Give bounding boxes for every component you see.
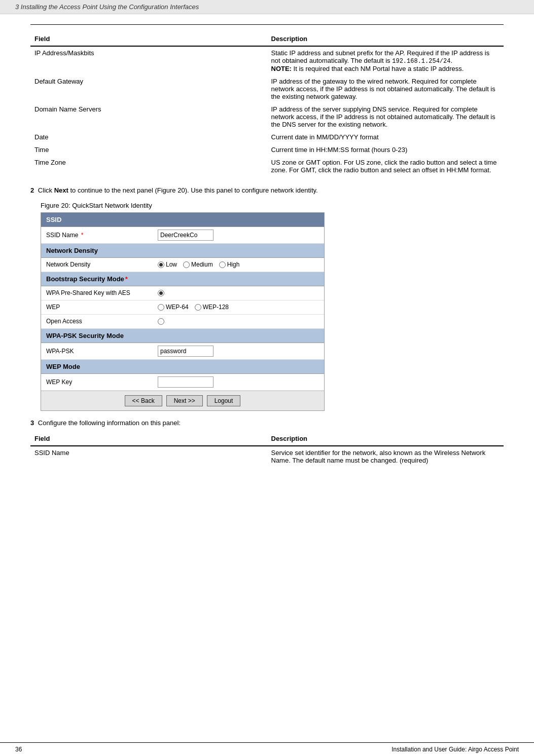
density-medium-label: Medium: [191, 261, 213, 268]
field-desc: US zone or GMT option. For US zone, clic…: [267, 156, 504, 176]
field-desc: IP address of the gateway to the wired n…: [267, 75, 504, 103]
wep-row: WEP WEP-64 WEP-128: [41, 300, 324, 315]
table-row: Time Zone US zone or GMT option. For US …: [30, 156, 504, 176]
wep64-dot: [158, 304, 164, 311]
note-label: NOTE:: [271, 65, 292, 72]
table-row: SSID Name Service set identifier for the…: [30, 446, 504, 467]
code-value: 192.168.1.254/24: [392, 58, 450, 65]
step2-pre: Click: [38, 186, 54, 194]
step2-post: to continue to the next panel (Figure 20…: [68, 186, 318, 194]
wpa-psk-input[interactable]: [158, 346, 213, 357]
field-label: Date: [30, 131, 267, 143]
field-label: Time Zone: [30, 156, 267, 176]
field-label: Time: [30, 143, 267, 156]
table-row: Default Gateway IP address of the gatewa…: [30, 75, 504, 103]
field-table-2: Field Description SSID Name Service set …: [30, 433, 504, 467]
density-medium[interactable]: Medium: [183, 261, 213, 268]
figure-caption-text: QuickStart Network Identity: [70, 202, 152, 209]
table-row: Domain Name Servers IP address of the se…: [30, 103, 504, 131]
table-row: IP Address/Maskbits Static IP address an…: [30, 46, 504, 75]
field-table-1: Field Description IP Address/Maskbits St…: [30, 33, 504, 176]
wpa-radio-dot[interactable]: [158, 290, 164, 296]
wpa-label: WPA Pre-Shared Key with AES: [46, 289, 158, 296]
network-density-row: Network Density Low Medium: [41, 258, 324, 272]
density-low-label: Low: [166, 261, 177, 268]
field-label: Domain Name Servers: [30, 103, 267, 131]
logout-button[interactable]: Logout: [207, 395, 241, 406]
wep-key-label: WEP Key: [46, 379, 158, 386]
radio-medium-dot: [183, 261, 190, 268]
page-header: 3 Installing the Access Point Using the …: [0, 0, 534, 14]
wep128-dot: [195, 304, 201, 311]
page-footer: 36 Installation and User Guide: Airgo Ac…: [0, 742, 534, 756]
field-desc: Current date in MM/DD/YYYY format: [267, 131, 504, 143]
radio-low-dot: [158, 261, 164, 268]
density-low[interactable]: Low: [158, 261, 177, 268]
bootstrap-required-star: *: [125, 275, 128, 283]
wep-mode-header: WEP Mode: [41, 360, 324, 374]
wpa-row: WPA Pre-Shared Key with AES: [41, 286, 324, 300]
footer-title: Installation and User Guide: Airgo Acces…: [391, 746, 519, 753]
field-desc: Static IP address and subnet prefix for …: [267, 46, 504, 75]
wep-radio-group: WEP-64 WEP-128: [158, 304, 229, 311]
footer-page-number: 36: [15, 746, 22, 753]
step-2-text: 2 Click Next to continue to the next pan…: [30, 185, 504, 196]
wep-key-row: WEP Key: [41, 374, 324, 391]
col1-header-2: Field: [30, 433, 267, 446]
table-row: Date Current date in MM/DD/YYYY format: [30, 131, 504, 143]
back-button[interactable]: << Back: [125, 395, 162, 406]
field-desc: IP address of the server supplying DNS s…: [267, 103, 504, 131]
open-access-label: Open Access: [46, 318, 158, 325]
bootstrap-security-header: Bootstrap Security Mode *: [41, 272, 324, 286]
ssid-name-label: SSID Name *: [46, 232, 158, 239]
density-high-label: High: [227, 261, 240, 268]
radio-high-dot: [219, 261, 226, 268]
open-access-dot[interactable]: [158, 318, 164, 325]
field-desc: Service set identifier for the network, …: [267, 446, 504, 467]
field-label: Default Gateway: [30, 75, 267, 103]
network-density-header: Network Density: [41, 244, 324, 258]
field-desc: Current time in HH:MM:SS format (hours 0…: [267, 143, 504, 156]
wep128-label: WEP-128: [203, 304, 229, 311]
required-star: *: [81, 232, 84, 239]
form-buttons: << Back Next >> Logout: [41, 391, 324, 410]
network-density-label: Network Density: [46, 261, 158, 268]
table-row: Time Current time in HH:MM:SS format (ho…: [30, 143, 504, 156]
wpa-psk-label: WPA-PSK: [46, 348, 158, 355]
step3-content: Configure the following information on t…: [38, 419, 181, 427]
col1-header: Field: [30, 33, 267, 46]
wep64-label: WEP-64: [166, 304, 189, 311]
open-access-row: Open Access: [41, 315, 324, 329]
ssid-name-input[interactable]: [158, 230, 213, 241]
wep-128[interactable]: WEP-128: [195, 304, 229, 311]
field-label: SSID Name: [30, 446, 267, 467]
wep-64[interactable]: WEP-64: [158, 304, 189, 311]
next-bold: Next: [54, 186, 68, 194]
wep-label: WEP: [46, 304, 158, 311]
step-3-text: 3 Configure the following information on…: [30, 419, 504, 427]
field-label: IP Address/Maskbits: [30, 46, 267, 75]
wep-key-input[interactable]: [158, 376, 213, 388]
ssid-section-header: SSID: [41, 213, 324, 227]
density-radio-group: Low Medium High: [158, 261, 239, 268]
ssid-name-row: SSID Name *: [41, 227, 324, 244]
wpa-psk-header: WPA-PSK Security Mode: [41, 329, 324, 343]
screenshot-figure20: SSID SSID Name * Network Density Networ: [41, 212, 325, 411]
density-high[interactable]: High: [219, 261, 240, 268]
col2-header: Description: [267, 33, 504, 46]
wpa-psk-row: WPA-PSK: [41, 343, 324, 360]
next-button[interactable]: Next >>: [166, 395, 203, 406]
figure-caption: Figure 20: QuickStart Network Identity: [41, 202, 504, 209]
col2-header-2: Description: [267, 433, 504, 446]
